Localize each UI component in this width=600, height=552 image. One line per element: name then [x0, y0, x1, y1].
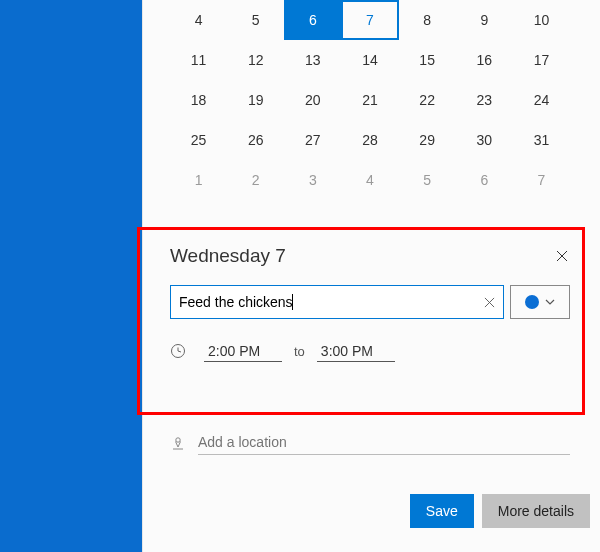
- calendar-day[interactable]: 13: [284, 40, 341, 80]
- calendar-day[interactable]: 4: [341, 160, 398, 200]
- svg-point-7: [176, 437, 180, 441]
- event-title-row: Feed the chickens: [170, 285, 570, 319]
- end-time-input[interactable]: 3:00 PM: [317, 341, 395, 362]
- calendar-day[interactable]: 5: [399, 160, 456, 200]
- event-time-row: 2:00 PM to 3:00 PM: [170, 335, 570, 367]
- calendar-day[interactable]: 3: [284, 160, 341, 200]
- calendar-day[interactable]: 18: [170, 80, 227, 120]
- clear-icon: [484, 297, 495, 308]
- calendar-day[interactable]: 20: [284, 80, 341, 120]
- calendar-day[interactable]: 4: [170, 0, 227, 40]
- calendar-day[interactable]: 2: [227, 160, 284, 200]
- calendar-day[interactable]: 27: [284, 120, 341, 160]
- calendar-day[interactable]: 12: [227, 40, 284, 80]
- calendar-day[interactable]: 1: [170, 160, 227, 200]
- location-icon: [170, 435, 198, 451]
- event-title-input: Feed the chickens: [171, 294, 475, 310]
- clock-icon: [170, 343, 198, 359]
- event-title-value: Feed the chickens: [179, 294, 293, 310]
- location-input[interactable]: [198, 430, 570, 455]
- calendar-day[interactable]: 25: [170, 120, 227, 160]
- calendar-day[interactable]: 31: [513, 120, 570, 160]
- calendar-day[interactable]: 24: [513, 80, 570, 120]
- color-swatch-icon: [525, 295, 539, 309]
- calendar-day[interactable]: 6: [284, 0, 341, 40]
- more-details-button[interactable]: More details: [482, 494, 590, 528]
- calendar-row: 45678910: [170, 0, 570, 40]
- calendar-day[interactable]: 19: [227, 80, 284, 120]
- calendar-day[interactable]: 7: [513, 160, 570, 200]
- calendar-row: 1234567: [170, 160, 570, 200]
- event-quick-create: Wednesday 7 Feed the chickens: [170, 245, 570, 367]
- event-header: Wednesday 7: [170, 245, 570, 267]
- event-location-row: [170, 430, 570, 455]
- calendar-row: 18192021222324: [170, 80, 570, 120]
- calendar-day[interactable]: 15: [399, 40, 456, 80]
- calendar-day[interactable]: 6: [456, 160, 513, 200]
- calendar-grid: 4567891011121314151617181920212223242526…: [170, 0, 570, 200]
- time-to-label: to: [294, 344, 305, 359]
- calendar-day[interactable]: 8: [399, 0, 456, 40]
- calendar-day[interactable]: 26: [227, 120, 284, 160]
- calendar-day[interactable]: 10: [513, 0, 570, 40]
- action-button-row: Save More details: [410, 494, 590, 528]
- calendar-day[interactable]: 23: [456, 80, 513, 120]
- calendar-day[interactable]: 9: [456, 0, 513, 40]
- calendar-day[interactable]: 17: [513, 40, 570, 80]
- calendar-day[interactable]: 21: [341, 80, 398, 120]
- calendar-day[interactable]: 14: [341, 40, 398, 80]
- calendar-row: 25262728293031: [170, 120, 570, 160]
- svg-line-6: [178, 351, 181, 352]
- calendar-day[interactable]: 30: [456, 120, 513, 160]
- clear-title-button[interactable]: [475, 297, 503, 308]
- calendar-color-picker[interactable]: [510, 285, 570, 319]
- app-root: 4567891011121314151617181920212223242526…: [0, 0, 600, 552]
- calendar-day[interactable]: 28: [341, 120, 398, 160]
- desktop-background: [0, 0, 142, 552]
- calendar-day[interactable]: 5: [227, 0, 284, 40]
- calendar-flyout: 4567891011121314151617181920212223242526…: [170, 0, 600, 552]
- save-button[interactable]: Save: [410, 494, 474, 528]
- calendar-day[interactable]: 29: [399, 120, 456, 160]
- event-date-label: Wednesday 7: [170, 245, 286, 267]
- calendar-row: 11121314151617: [170, 40, 570, 80]
- calendar-day[interactable]: 7: [341, 0, 398, 40]
- start-time-input[interactable]: 2:00 PM: [204, 341, 282, 362]
- event-title-input-wrap[interactable]: Feed the chickens: [170, 285, 504, 319]
- close-button[interactable]: [554, 248, 570, 264]
- calendar-day[interactable]: 11: [170, 40, 227, 80]
- chevron-down-icon: [545, 299, 555, 305]
- calendar-day[interactable]: 22: [399, 80, 456, 120]
- text-caret: [292, 294, 293, 310]
- close-icon: [556, 250, 568, 262]
- calendar-day[interactable]: 16: [456, 40, 513, 80]
